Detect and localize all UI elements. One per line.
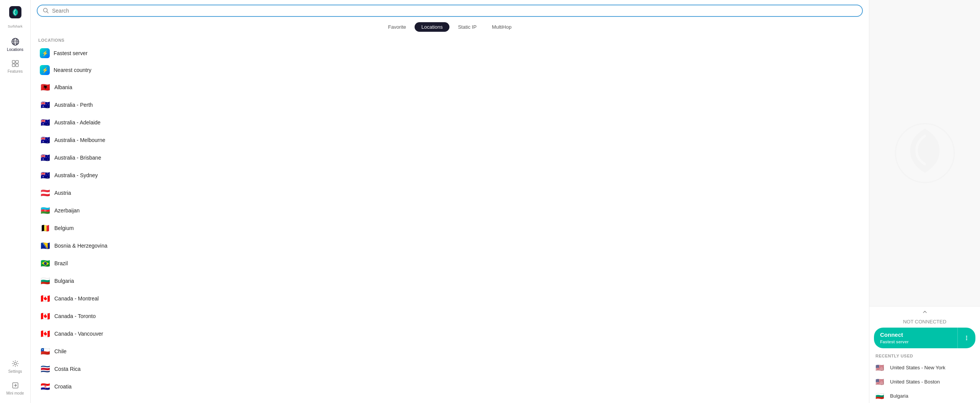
sidebar-item-mini-mode[interactable]: Mini mode: [0, 377, 30, 399]
svg-rect-6: [12, 60, 15, 63]
list-item[interactable]: 🇦🇿 Azerbaijan ○ ☆: [37, 202, 863, 219]
favorite-action-btn[interactable]: ☆: [853, 277, 860, 286]
favorite-action-btn[interactable]: ☆: [853, 171, 860, 180]
tab-favorite[interactable]: Favorite: [381, 22, 413, 32]
connect-action-btn[interactable]: ○: [845, 206, 851, 215]
search-input[interactable]: [52, 8, 857, 14]
connect-action-btn[interactable]: ○: [845, 365, 851, 373]
connect-action-btn[interactable]: ○: [845, 49, 851, 57]
location-name: Belgium: [54, 225, 841, 231]
favorite-action-btn[interactable]: ☆: [853, 294, 860, 303]
favorite-action-btn[interactable]: ☆: [853, 206, 860, 215]
connect-action-btn[interactable]: ○: [845, 101, 851, 109]
connect-action-btn[interactable]: ○: [845, 153, 851, 162]
list-item[interactable]: 🇨🇱 Chile ○ ☆: [37, 343, 863, 360]
list-item[interactable]: ⚡ Fastest server ○ ☆: [37, 45, 863, 62]
favorite-action-btn[interactable]: ☆: [853, 118, 860, 127]
location-name: Australia - Sydney: [54, 172, 841, 178]
list-item[interactable]: 🇦🇺 Australia - Adelaide ○ ☆: [37, 114, 863, 131]
favorite-action-btn[interactable]: ☆: [853, 136, 860, 145]
connect-action-btn[interactable]: ○: [845, 189, 851, 197]
favorite-action-btn[interactable]: ☆: [853, 153, 860, 162]
app-logo[interactable]: [7, 4, 24, 21]
list-item[interactable]: 🇭🇷 Croatia ○ ☆: [37, 378, 863, 395]
favorite-recent-btn[interactable]: ☆: [967, 392, 974, 400]
svg-point-10: [14, 362, 16, 365]
main-content: Favorite Locations Static IP MultiHop LO…: [31, 0, 869, 403]
list-item[interactable]: 🇦🇺 Australia - Brisbane ○ ☆: [37, 149, 863, 166]
flag-costa-rica: 🇨🇷: [40, 364, 51, 374]
svg-point-15: [966, 336, 967, 337]
favorite-recent-btn[interactable]: ☆: [967, 377, 974, 386]
connect-action-btn[interactable]: ○: [845, 382, 851, 391]
nearest-country-icon: ⚡: [40, 65, 50, 75]
sidebar-item-features[interactable]: Features: [0, 55, 30, 77]
connect-recent-btn[interactable]: ○: [960, 392, 965, 400]
connect-action-btn[interactable]: ○: [845, 171, 851, 179]
recent-item-us-boston[interactable]: 🇺🇸 United States - Boston ○ ☆: [869, 375, 980, 389]
connect-action-btn[interactable]: ○: [845, 241, 851, 250]
favorite-action-btn[interactable]: ☆: [853, 66, 860, 75]
favorite-action-btn[interactable]: ☆: [853, 49, 860, 58]
list-item[interactable]: 🇦🇱 Albania ○ ☆: [37, 78, 863, 96]
chevron-up-btn[interactable]: [869, 307, 980, 317]
connect-action-btn[interactable]: ○: [845, 118, 851, 127]
list-item[interactable]: 🇦🇺 Australia - Perth ○ ☆: [37, 96, 863, 114]
connect-action-btn[interactable]: ○: [845, 83, 851, 91]
list-item[interactable]: 🇦🇹 Austria ○ ☆: [37, 184, 863, 202]
connect-button[interactable]: Connect Fastest server: [874, 328, 957, 348]
tab-static-ip[interactable]: Static IP: [451, 22, 483, 32]
list-item[interactable]: 🇦🇺 Australia - Melbourne ○ ☆: [37, 131, 863, 149]
connect-action-btn[interactable]: ○: [845, 312, 851, 320]
list-item[interactable]: 🇨🇦 Canada - Vancouver ○ ☆: [37, 325, 863, 343]
surfshark-background: [869, 0, 980, 306]
favorite-action-btn[interactable]: ☆: [853, 241, 860, 250]
sidebar-item-locations[interactable]: Locations: [0, 34, 30, 55]
list-item[interactable]: 🇨🇦 Canada - Toronto ○ ☆: [37, 307, 863, 325]
favorite-action-btn[interactable]: ☆: [853, 347, 860, 356]
favorite-action-btn[interactable]: ☆: [853, 312, 860, 321]
flag-chile: 🇨🇱: [40, 346, 51, 357]
location-name: Australia - Perth: [54, 102, 841, 108]
favorite-action-btn[interactable]: ☆: [853, 101, 860, 109]
favorite-action-btn[interactable]: ☆: [853, 365, 860, 374]
recent-item-bulgaria[interactable]: 🇧🇬 Bulgaria ○ ☆: [869, 389, 980, 403]
favorite-action-btn[interactable]: ☆: [853, 259, 860, 268]
tab-locations[interactable]: Locations: [415, 22, 450, 32]
connect-recent-btn[interactable]: ○: [960, 363, 965, 372]
connect-action-btn[interactable]: ○: [845, 330, 851, 338]
favorite-action-btn[interactable]: ☆: [853, 330, 860, 338]
list-item[interactable]: 🇨🇷 Costa Rica ○ ☆: [37, 360, 863, 378]
connect-action-btn[interactable]: ○: [845, 294, 851, 303]
right-panel: NOT CONNECTED Connect Fastest server REC…: [869, 0, 980, 403]
connect-recent-btn[interactable]: ○: [960, 377, 965, 386]
flag-canada-montreal: 🇨🇦: [40, 293, 51, 304]
recent-item-us-new-york[interactable]: 🇺🇸 United States - New York ○ ☆: [869, 361, 980, 375]
favorite-action-btn[interactable]: ☆: [853, 189, 860, 197]
list-item[interactable]: ⚡ Nearest country ○ ☆: [37, 62, 863, 78]
list-item[interactable]: 🇨🇦 Canada - Montreal ○ ☆: [37, 290, 863, 307]
connect-action-btn[interactable]: ○: [845, 347, 851, 356]
location-name: Nearest country: [54, 67, 841, 73]
favorite-recent-btn[interactable]: ☆: [967, 363, 974, 372]
connect-action-btn[interactable]: ○: [845, 259, 851, 268]
list-item[interactable]: 🇧🇦 Bosnia & Herzegovina ○ ☆: [37, 237, 863, 255]
connect-menu-button[interactable]: [957, 328, 975, 348]
flag-us-new-york: 🇺🇸: [875, 364, 886, 372]
flag-azerbaijan: 🇦🇿: [40, 205, 51, 216]
sidebar-item-settings[interactable]: Settings: [0, 356, 30, 377]
favorite-action-btn[interactable]: ☆: [853, 83, 860, 92]
recently-used-header: RECENTLY USED: [869, 352, 980, 361]
favorite-action-btn[interactable]: ☆: [853, 224, 860, 233]
tab-multihop[interactable]: MultiHop: [485, 22, 518, 32]
location-name: Australia - Brisbane: [54, 155, 841, 161]
list-item[interactable]: 🇧🇷 Brazil ○ ☆: [37, 255, 863, 272]
list-item[interactable]: 🇦🇺 Australia - Sydney ○ ☆: [37, 166, 863, 184]
list-item[interactable]: 🇧🇪 Belgium ○ ☆: [37, 219, 863, 237]
list-item[interactable]: 🇧🇬 Bulgaria ○ ☆: [37, 272, 863, 290]
favorite-action-btn[interactable]: ☆: [853, 382, 860, 391]
connect-action-btn[interactable]: ○: [845, 277, 851, 285]
connect-action-btn[interactable]: ○: [845, 66, 851, 74]
connect-action-btn[interactable]: ○: [845, 136, 851, 144]
connect-action-btn[interactable]: ○: [845, 224, 851, 232]
